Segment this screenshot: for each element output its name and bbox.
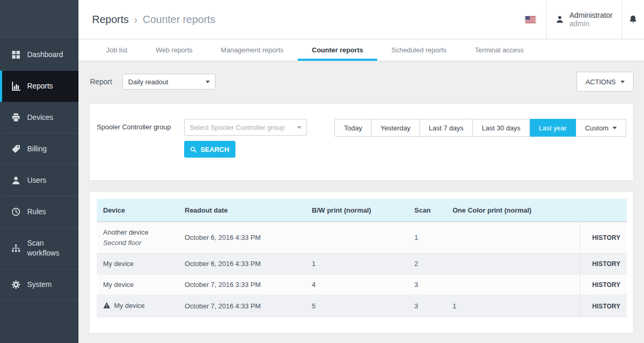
device-cell: My device <box>97 253 179 274</box>
history-link[interactable]: HISTORY <box>592 303 620 310</box>
notifications-button[interactable] <box>622 15 644 24</box>
range-last-year-button[interactable]: Last year <box>530 119 576 137</box>
bell-icon <box>628 15 638 24</box>
actions-button[interactable]: ACTIONS <box>577 72 634 92</box>
bw-print-cell: 1 <box>307 253 409 274</box>
us-flag-icon <box>525 16 536 24</box>
scan-cell: 3 <box>409 274 447 295</box>
actions-button-label: ACTIONS <box>585 78 616 86</box>
range-yesterday-button[interactable]: Yesterday <box>371 119 420 137</box>
breadcrumb-separator: › <box>134 14 138 26</box>
range-today-button[interactable]: Today <box>334 119 371 137</box>
device-cell: My device <box>97 295 179 317</box>
history-cell: HISTORY <box>580 253 627 274</box>
app-logo <box>0 0 78 39</box>
person-icon <box>556 15 564 24</box>
chevron-down-icon <box>613 127 617 129</box>
sidebar-item-billing[interactable]: Billing <box>0 134 78 165</box>
report-select[interactable]: Daily readout <box>122 74 216 90</box>
table-row: My device October 7, 2016 3:33 PM 4 3 HI… <box>97 274 627 295</box>
readout-date-cell: October 6, 2016 4:33 PM <box>179 222 307 253</box>
sidebar-nav: Dashboard Reports Devices Billing <box>0 39 78 301</box>
search-button[interactable]: SEARCH <box>184 141 235 158</box>
column-header-device: Device <box>97 199 179 222</box>
user-name: Administrator <box>570 11 613 19</box>
one-color-print-cell <box>447 253 580 274</box>
scan-cell: 3 <box>409 295 447 317</box>
report-select-value: Daily readout <box>128 78 168 86</box>
tab-counter-reports[interactable]: Counter reports <box>298 39 377 61</box>
language-selector[interactable] <box>515 16 546 24</box>
sidebar-item-devices[interactable]: Devices <box>0 102 78 134</box>
user-menu[interactable]: Administrator admin <box>547 11 622 28</box>
tag-icon <box>12 145 20 153</box>
sidebar: Dashboard Reports Devices Billing <box>0 0 78 343</box>
sidebar-item-label: System <box>27 280 52 290</box>
range-custom-label: Custom <box>585 124 608 132</box>
history-link[interactable]: HISTORY <box>592 234 620 241</box>
range-last-7-days-button[interactable]: Last 7 days <box>420 119 473 137</box>
breadcrumb-section[interactable]: Reports <box>92 14 129 26</box>
table-header-row: Device Readout date B/W print (normal) S… <box>97 199 627 222</box>
readout-date-cell: October 6, 2016 4:33 PM <box>179 253 307 274</box>
bar-chart-icon <box>12 82 20 91</box>
dashboard-grid-icon <box>12 50 20 59</box>
sidebar-item-label: Scan workflows <box>27 238 74 258</box>
bw-print-cell: 5 <box>307 295 409 317</box>
main-area: Reports › Counter reports <box>78 0 644 343</box>
sidebar-item-label: Reports <box>27 81 53 91</box>
sidebar-item-label: Devices <box>27 113 53 123</box>
history-cell: HISTORY <box>580 295 627 317</box>
group-select[interactable]: Select Spooler Controller group <box>184 119 307 136</box>
search-button-label: SEARCH <box>200 146 229 153</box>
one-color-print-cell <box>447 222 580 253</box>
sidebar-item-system[interactable]: System <box>0 269 78 301</box>
group-select-placeholder: Select Spooler Controller group <box>190 124 285 131</box>
device-name: My device <box>103 260 174 268</box>
scan-cell: 1 <box>409 222 447 253</box>
magnifier-icon <box>190 146 197 153</box>
tab-web-reports[interactable]: Web reports <box>141 39 207 61</box>
chevron-down-icon <box>297 126 301 129</box>
tab-management-reports[interactable]: Management reports <box>207 39 298 61</box>
sidebar-item-label: Dashboard <box>27 50 63 60</box>
scan-cell: 2 <box>409 253 447 274</box>
report-tabs: Job list Web reports Management reports … <box>78 39 644 61</box>
content-area: Report Daily readout ACTIONS Spooler Con… <box>78 61 644 343</box>
topbar: Reports › Counter reports <box>78 0 644 39</box>
column-header-history <box>580 199 627 222</box>
device-name: My device <box>103 281 174 289</box>
breadcrumb: Reports › Counter reports <box>92 14 216 26</box>
sidebar-item-rules[interactable]: Rules <box>0 196 78 228</box>
readout-date-cell: October 7, 2016 3:33 PM <box>179 274 307 295</box>
history-link[interactable]: HISTORY <box>592 281 620 289</box>
device-cell: Another device Second floor <box>97 222 179 253</box>
tab-scheduled-reports[interactable]: Scheduled reports <box>377 39 461 61</box>
table-row: My device October 7, 2016 4:33 PM 5 3 1 … <box>97 295 627 317</box>
sidebar-item-label: Users <box>27 175 47 185</box>
history-cell: HISTORY <box>580 274 627 295</box>
sitemap-icon <box>12 244 20 253</box>
user-info: Administrator admin <box>570 11 613 28</box>
user-icon <box>12 176 20 185</box>
device-name: My device <box>114 302 145 309</box>
tab-job-list[interactable]: Job list <box>92 39 141 61</box>
counter-report-table-panel: Device Readout date B/W print (normal) S… <box>89 191 634 334</box>
app-root: Dashboard Reports Devices Billing <box>0 0 644 343</box>
range-custom-button[interactable]: Custom <box>576 119 626 137</box>
sidebar-item-scan-workflows[interactable]: Scan workflows <box>0 228 78 269</box>
range-last-30-days-button[interactable]: Last 30 days <box>473 119 530 137</box>
history-link[interactable]: HISTORY <box>592 260 620 268</box>
user-username: admin <box>570 19 613 28</box>
gear-icon <box>12 280 20 289</box>
sidebar-item-users[interactable]: Users <box>0 165 78 196</box>
sidebar-item-label: Rules <box>27 207 46 217</box>
tab-terminal-access[interactable]: Terminal access <box>461 39 538 61</box>
device-location: Second floor <box>103 239 174 247</box>
date-range-group: Today Yesterday Last 7 days Last 30 days… <box>334 119 626 137</box>
sidebar-item-reports[interactable]: Reports <box>0 71 78 102</box>
sidebar-item-dashboard[interactable]: Dashboard <box>0 39 78 71</box>
group-filter: Spooler Controller group Select Spooler … <box>97 119 307 180</box>
column-header-bw-print: B/W print (normal) <box>307 199 409 222</box>
report-label: Report <box>90 78 112 86</box>
